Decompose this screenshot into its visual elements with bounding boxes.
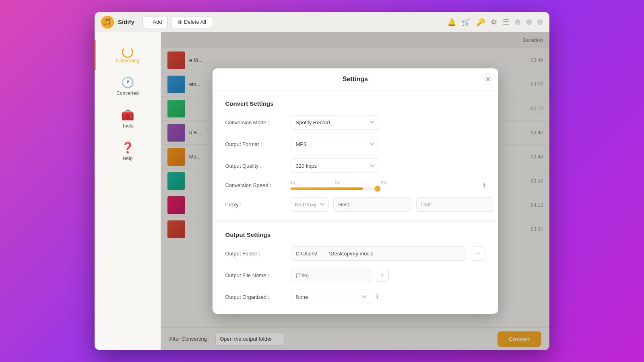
minimize-button[interactable] <box>515 19 520 25</box>
proxy-row: Proxy : No Proxy <box>225 197 485 212</box>
add-tag-button[interactable]: + <box>376 269 389 282</box>
modal-header: Settings ✕ <box>213 68 498 90</box>
convert-settings-title: Convert Settings <box>225 100 485 107</box>
menu-icon[interactable]: ☰ <box>503 18 509 27</box>
sidebar-label-converted: Converted <box>116 90 138 96</box>
cart-icon[interactable]: 🛒 <box>462 18 471 27</box>
output-settings-title: Output Settings <box>225 231 485 238</box>
speed-info-icon[interactable]: ℹ <box>483 181 485 189</box>
sidebar-item-converting[interactable]: Converting <box>95 40 161 70</box>
modal-close-button[interactable]: ✕ <box>485 75 491 84</box>
title-bar: 🎵 Sidify + Add 🗑 Delete All 🔔 🛒 🔑 ⚙ ☰ <box>95 12 549 32</box>
convert-settings-section: Convert Settings Conversion Mode : Spoti… <box>213 90 498 222</box>
delete-all-button[interactable]: 🗑 Delete All <box>171 16 212 28</box>
output-organized-label: Output Organized : <box>225 294 286 300</box>
output-organized-row: Output Organized : None ℹ <box>225 290 485 304</box>
sidebar-label-converting: Converting <box>116 58 139 64</box>
title-bar-actions: + Add 🗑 Delete All <box>142 16 212 28</box>
speed-label-5x: 5x <box>335 180 340 185</box>
title-bar-left: 🎵 Sidify <box>101 16 134 29</box>
conversion-speed-label: Conversion Speed : <box>225 182 286 188</box>
conversion-mode-select[interactable]: Spotify Record <box>291 115 379 130</box>
sidebar-item-converted[interactable]: 🕐 Converted <box>95 70 161 103</box>
converted-icon: 🕐 <box>121 76 134 89</box>
output-format-row: Output Format : MP3 <box>225 137 485 151</box>
settings-modal: Settings ✕ Convert Settings Conversion M… <box>213 68 498 314</box>
browse-button[interactable]: ··· <box>471 246 485 261</box>
speed-thumb[interactable] <box>375 186 380 191</box>
sidebar-label-help: Help <box>123 156 133 161</box>
output-quality-row: Output Quality : 320 kbps <box>225 158 485 173</box>
sidebar-item-help[interactable]: ❓ Help <box>95 135 161 168</box>
conversion-mode-label: Conversion Mode : <box>225 119 286 125</box>
conversion-mode-row: Conversion Mode : Spotify Record <box>225 115 485 130</box>
gear-icon[interactable]: ⚙ <box>491 18 497 27</box>
output-format-select[interactable]: MP3 <box>291 137 379 151</box>
output-quality-label: Output Quality : <box>225 163 286 169</box>
converting-icon <box>122 47 133 58</box>
output-format-label: Output Format : <box>225 141 286 147</box>
main-content: Duration e M... 03:49 elo... 04:27 <box>161 32 549 350</box>
bell-icon[interactable]: 🔔 <box>447 18 456 27</box>
organized-info-icon[interactable]: ℹ <box>376 293 378 301</box>
speed-track[interactable] <box>291 187 379 190</box>
speed-container: 1x 5x 10x <box>291 180 478 190</box>
proxy-host-input[interactable] <box>333 197 411 212</box>
close-window-button[interactable] <box>537 19 543 25</box>
sidebar-label-tools: Tools <box>122 123 133 129</box>
app-logo: 🎵 <box>101 16 114 29</box>
speed-label-1x: 1x <box>291 180 295 185</box>
modal-overlay: Settings ✕ Convert Settings Conversion M… <box>161 32 549 350</box>
app-body: Converting 🕐 Converted 🧰 Tools ❓ Help Du… <box>95 32 549 350</box>
proxy-port-input[interactable] <box>416 197 494 212</box>
output-quality-select[interactable]: 320 kbps <box>291 158 379 173</box>
title-bar-right: 🔔 🛒 🔑 ⚙ ☰ <box>447 18 543 27</box>
app-name: Sidify <box>118 19 134 25</box>
add-button[interactable]: + Add <box>142 16 168 28</box>
output-folder-label: Output Folder : <box>225 251 286 257</box>
sidebar-item-tools[interactable]: 🧰 Tools <box>95 103 161 135</box>
proxy-select[interactable]: No Proxy <box>291 197 328 212</box>
speed-fill <box>291 187 363 190</box>
speed-label-10x: 10x <box>380 180 387 185</box>
output-organized-select[interactable]: None <box>291 290 371 304</box>
help-icon: ❓ <box>121 142 134 154</box>
conversion-speed-row: Conversion Speed : 1x 5x 10x <box>225 180 485 190</box>
speed-slider-wrap <box>291 187 387 190</box>
maximize-button[interactable] <box>526 19 532 25</box>
key-icon[interactable]: 🔑 <box>476 18 485 27</box>
logo-icon: 🎵 <box>103 18 111 26</box>
sidebar: Converting 🕐 Converted 🧰 Tools ❓ Help <box>95 32 161 350</box>
proxy-label: Proxy : <box>225 202 286 208</box>
output-folder-input[interactable] <box>291 246 466 261</box>
speed-labels: 1x 5x 10x <box>291 180 387 185</box>
output-filename-row: Output File Name : + <box>225 268 485 282</box>
app-window: 🎵 Sidify + Add 🗑 Delete All 🔔 🛒 🔑 ⚙ ☰ Co… <box>95 12 549 350</box>
output-filename-label: Output File Name : <box>225 272 286 278</box>
output-filename-input[interactable] <box>291 268 371 282</box>
modal-body: Convert Settings Conversion Mode : Spoti… <box>213 90 498 314</box>
modal-title: Settings <box>343 76 368 83</box>
output-settings-section: Output Settings Output Folder : ··· Outp… <box>213 222 498 314</box>
output-folder-row: Output Folder : ··· <box>225 246 485 261</box>
tools-icon: 🧰 <box>121 109 134 121</box>
